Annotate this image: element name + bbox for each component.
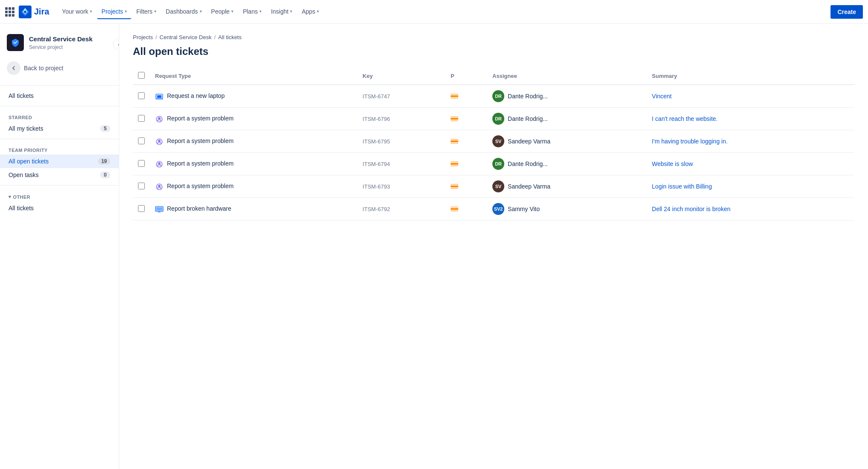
summary-link[interactable]: Website is slow bbox=[652, 160, 693, 167]
table-row: Report a system problem ITSM-6795 SV San… bbox=[133, 130, 854, 153]
chevron-down-icon: ▾ bbox=[317, 9, 319, 14]
svg-rect-7 bbox=[451, 97, 458, 99]
table-row: Report a system problem ITSM-6794 DR Dan… bbox=[133, 153, 854, 175]
sidebar-section-starred: STARRED bbox=[0, 110, 119, 122]
table-header-row: Request Type Key P Assignee Summary bbox=[133, 68, 854, 85]
row-key: ITSM-6747 bbox=[357, 85, 445, 108]
breadcrumb-project-name[interactable]: Central Service Desk bbox=[160, 34, 212, 40]
row-key: ITSM-6793 bbox=[357, 175, 445, 198]
table-row: Report broken hardware ITSM-6792 SV2 Sam… bbox=[133, 198, 854, 220]
row-checkbox-cell bbox=[133, 175, 150, 198]
row-checkbox[interactable] bbox=[138, 183, 145, 189]
row-request-type: Report a system problem bbox=[150, 130, 357, 153]
sidebar-other-all-tickets[interactable]: All tickets bbox=[0, 201, 119, 215]
sidebar-section-other: ▾ OTHER bbox=[0, 189, 119, 201]
row-priority bbox=[445, 108, 487, 130]
row-checkbox-cell bbox=[133, 108, 150, 130]
row-priority bbox=[445, 175, 487, 198]
row-assignee: DR Dante Rodrig... bbox=[487, 108, 647, 130]
create-button[interactable]: Create bbox=[831, 5, 863, 19]
svg-point-28 bbox=[158, 185, 161, 187]
svg-rect-11 bbox=[451, 118, 458, 120]
summary-link[interactable]: Dell 24 inch monitor is broken bbox=[652, 206, 730, 212]
row-request-type: Request a new laptop bbox=[150, 85, 357, 108]
select-all-checkbox[interactable] bbox=[138, 72, 145, 79]
app-switcher-icon[interactable] bbox=[5, 7, 14, 17]
avatar: SV bbox=[492, 135, 504, 147]
row-assignee: SV Sandeep Varma bbox=[487, 130, 647, 153]
row-checkbox[interactable] bbox=[138, 115, 145, 122]
svg-rect-38 bbox=[451, 210, 458, 212]
nav-your-work[interactable]: Your work ▾ bbox=[58, 5, 97, 19]
summary-link[interactable]: I'm having trouble logging in. bbox=[652, 138, 728, 145]
sidebar-collapse-button[interactable]: ‹ bbox=[113, 38, 119, 50]
row-priority bbox=[445, 153, 487, 175]
row-checkbox[interactable] bbox=[138, 92, 145, 99]
chevron-down-icon: ▾ bbox=[290, 9, 292, 14]
sidebar-divider-4 bbox=[0, 185, 119, 186]
chevron-down-icon: ▾ bbox=[154, 9, 156, 14]
header-key: Key bbox=[357, 68, 445, 85]
svg-rect-37 bbox=[451, 206, 458, 208]
svg-rect-31 bbox=[451, 188, 458, 189]
svg-rect-36 bbox=[451, 208, 458, 210]
svg-rect-4 bbox=[155, 99, 163, 100]
sidebar-all-open-tickets[interactable]: All open tickets 19 bbox=[0, 154, 119, 168]
all-my-tickets-badge: 5 bbox=[100, 125, 110, 132]
row-summary: Dell 24 inch monitor is broken bbox=[647, 198, 854, 220]
sidebar-divider-2 bbox=[0, 106, 119, 106]
svg-rect-5 bbox=[451, 95, 458, 97]
avatar: DR bbox=[492, 158, 504, 170]
back-to-project-link[interactable]: Back to project bbox=[0, 58, 119, 82]
sidebar-divider-3 bbox=[0, 139, 119, 139]
svg-point-10 bbox=[158, 117, 161, 119]
svg-rect-17 bbox=[451, 140, 458, 142]
row-summary: Vincent bbox=[647, 85, 854, 108]
avatar: DR bbox=[492, 113, 504, 125]
row-checkbox[interactable] bbox=[138, 160, 145, 167]
row-checkbox-cell bbox=[133, 153, 150, 175]
row-request-type: Report a system problem bbox=[150, 175, 357, 198]
row-request-type: Report a system problem bbox=[150, 153, 357, 175]
avatar: SV2 bbox=[492, 203, 504, 215]
chevron-down-icon: ▾ bbox=[90, 9, 92, 14]
svg-rect-3 bbox=[157, 95, 161, 98]
nav-people[interactable]: People ▾ bbox=[207, 5, 238, 19]
avatar: SV bbox=[492, 180, 504, 192]
summary-link[interactable]: Login issue with Billing bbox=[652, 183, 712, 190]
breadcrumb-projects[interactable]: Projects bbox=[133, 34, 153, 40]
sidebar-all-tickets[interactable]: All tickets bbox=[0, 89, 119, 103]
svg-rect-34 bbox=[156, 207, 162, 211]
sidebar-all-my-tickets[interactable]: All my tickets 5 bbox=[0, 122, 119, 135]
header-checkbox-col bbox=[133, 68, 150, 85]
sidebar-open-tasks[interactable]: Open tasks 0 bbox=[0, 168, 119, 182]
nav-plans[interactable]: Plans ▾ bbox=[239, 5, 266, 19]
svg-rect-24 bbox=[451, 161, 458, 163]
row-request-type: Report a system problem bbox=[150, 108, 357, 130]
jira-logo[interactable]: Jira bbox=[19, 6, 49, 18]
nav-insight[interactable]: Insight ▾ bbox=[267, 5, 296, 19]
breadcrumb: Projects / Central Service Desk / All ti… bbox=[133, 34, 854, 40]
nav-projects[interactable]: Projects ▾ bbox=[97, 5, 131, 19]
top-navigation: Jira Your work ▾ Projects ▾ Filters ▾ Da… bbox=[0, 0, 868, 24]
table-row: Report a system problem ITSM-6793 SV San… bbox=[133, 175, 854, 198]
row-checkbox[interactable] bbox=[138, 205, 145, 212]
summary-link[interactable]: Vincent bbox=[652, 93, 672, 100]
jira-logo-text: Jira bbox=[34, 7, 49, 17]
row-summary: Login issue with Billing bbox=[647, 175, 854, 198]
sidebar: Central Service Desk Service project ‹ B… bbox=[0, 24, 119, 469]
table-row: Report a system problem ITSM-6796 DR Dan… bbox=[133, 108, 854, 130]
row-priority bbox=[445, 130, 487, 153]
nav-items: Your work ▾ Projects ▾ Filters ▾ Dashboa… bbox=[58, 5, 831, 19]
svg-rect-35 bbox=[158, 212, 161, 212]
nav-dashboards[interactable]: Dashboards ▾ bbox=[161, 5, 206, 19]
nav-apps[interactable]: Apps ▾ bbox=[297, 5, 323, 19]
nav-filters[interactable]: Filters ▾ bbox=[132, 5, 161, 19]
row-summary: I can't reach the website. bbox=[647, 108, 854, 130]
row-priority bbox=[445, 198, 487, 220]
svg-rect-29 bbox=[451, 186, 458, 187]
sidebar-section-team-priority: TEAM PRIORITY bbox=[0, 143, 119, 154]
summary-link[interactable]: I can't reach the website. bbox=[652, 115, 718, 122]
row-assignee: SV Sandeep Varma bbox=[487, 175, 647, 198]
row-checkbox[interactable] bbox=[138, 137, 145, 144]
